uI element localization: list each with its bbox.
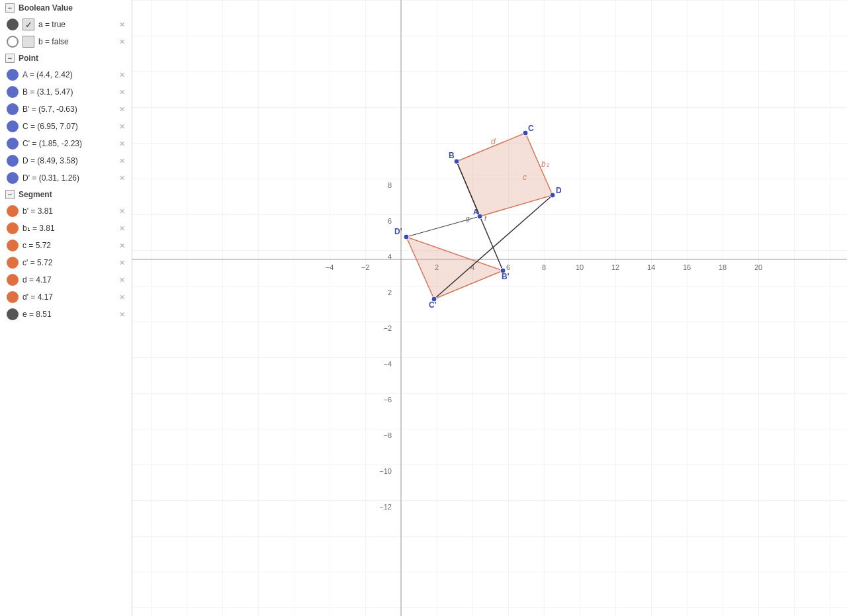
C-prime-dot bbox=[7, 138, 19, 150]
b1-close-btn[interactable]: ✕ bbox=[116, 224, 128, 233]
svg-text:18: 18 bbox=[719, 263, 727, 271]
item-b1: b₁ = 3.81 ✕ bbox=[0, 220, 132, 237]
d-close-btn[interactable]: ✕ bbox=[116, 276, 128, 285]
D-close-btn[interactable]: ✕ bbox=[116, 157, 128, 165]
svg-text:8: 8 bbox=[388, 181, 392, 189]
b-color-indicator bbox=[7, 36, 19, 48]
svg-text:4: 4 bbox=[388, 253, 392, 261]
d-prime-close-btn[interactable]: ✕ bbox=[116, 293, 128, 302]
b-close-btn[interactable]: ✕ bbox=[116, 38, 128, 46]
b-prime-close-btn[interactable]: ✕ bbox=[116, 207, 128, 216]
svg-text:c: c bbox=[523, 173, 527, 182]
item-c: c = 5.72 ✕ bbox=[0, 237, 132, 254]
D-prime-close-btn[interactable]: ✕ bbox=[116, 174, 128, 183]
item-C: C = (6.95, 7.07) ✕ bbox=[0, 118, 132, 135]
item-c-prime: c' = 5.72 ✕ bbox=[0, 254, 132, 271]
segment-section-header: − Segment bbox=[0, 187, 132, 202]
a-color-indicator bbox=[7, 19, 19, 30]
svg-text:−6: −6 bbox=[383, 396, 392, 404]
a-close-btn[interactable]: ✕ bbox=[116, 21, 128, 29]
boolean-value-section-header: − Boolean Value bbox=[0, 0, 132, 16]
A-dot bbox=[7, 69, 19, 81]
point-section-header: − Point bbox=[0, 50, 132, 66]
point-section-label: Point bbox=[19, 54, 38, 63]
svg-text:B: B bbox=[449, 151, 455, 160]
item-b-false: b = false ✕ bbox=[0, 33, 132, 50]
B-prime-label: B' = (5.7, -0.63) bbox=[22, 105, 112, 114]
item-B-prime: B' = (5.7, -0.63) ✕ bbox=[0, 101, 132, 118]
item-D-prime: D' = (0.31, 1.26) ✕ bbox=[0, 169, 132, 187]
svg-text:D': D' bbox=[394, 227, 402, 236]
svg-text:A: A bbox=[473, 208, 478, 216]
canvas-area[interactable]: −4 −2 2 4 6 8 10 12 14 16 18 20 8 6 4 2 … bbox=[132, 0, 847, 616]
D-prime-label: D' = (0.31, 1.26) bbox=[22, 173, 112, 183]
B-dot bbox=[7, 86, 19, 98]
item-e: e = 8.51 ✕ bbox=[0, 306, 132, 323]
svg-text:8: 8 bbox=[542, 263, 546, 271]
svg-text:−8: −8 bbox=[383, 431, 392, 439]
svg-text:g: g bbox=[466, 215, 470, 222]
svg-text:14: 14 bbox=[647, 263, 655, 271]
sidebar: − Boolean Value a = true ✕ b = false ✕ −… bbox=[0, 0, 132, 616]
svg-text:−2: −2 bbox=[383, 324, 392, 332]
geometry-canvas[interactable]: −4 −2 2 4 6 8 10 12 14 16 18 20 8 6 4 2 … bbox=[132, 0, 847, 616]
C-prime-label: C' = (1.85, -2.23) bbox=[22, 139, 112, 148]
svg-point-37 bbox=[550, 193, 555, 198]
d-dot bbox=[7, 274, 19, 286]
D-prime-dot bbox=[7, 172, 19, 184]
svg-text:−4: −4 bbox=[326, 263, 334, 271]
svg-text:12: 12 bbox=[611, 263, 619, 271]
a-checkbox[interactable] bbox=[22, 19, 34, 30]
segment-collapse-btn[interactable]: − bbox=[5, 190, 15, 199]
svg-text:2: 2 bbox=[388, 288, 392, 296]
D-dot bbox=[7, 155, 19, 167]
item-C-prime: C' = (1.85, -2.23) ✕ bbox=[0, 135, 132, 152]
c-dot bbox=[7, 240, 19, 251]
B-prime-close-btn[interactable]: ✕ bbox=[116, 105, 128, 114]
b-checkbox[interactable] bbox=[22, 36, 34, 48]
c-label: c = 5.72 bbox=[22, 241, 112, 250]
svg-text:C: C bbox=[528, 124, 534, 133]
A-close-btn[interactable]: ✕ bbox=[116, 71, 128, 79]
c-prime-close-btn[interactable]: ✕ bbox=[116, 259, 128, 267]
D-label: D = (8.49, 3.58) bbox=[22, 156, 112, 165]
C-dot bbox=[7, 120, 19, 132]
svg-rect-0 bbox=[132, 0, 847, 616]
item-d: d = 4.17 ✕ bbox=[0, 271, 132, 288]
svg-text:d: d bbox=[491, 137, 496, 146]
boolean-value-section-label: Boolean Value bbox=[19, 3, 73, 13]
svg-text:C': C' bbox=[429, 300, 437, 310]
B-label: B = (3.1, 5.47) bbox=[22, 87, 112, 97]
C-label: C = (6.95, 7.07) bbox=[22, 122, 112, 131]
svg-text:b₁: b₁ bbox=[541, 159, 549, 169]
item-D: D = (8.49, 3.58) ✕ bbox=[0, 152, 132, 169]
c-close-btn[interactable]: ✕ bbox=[116, 242, 128, 250]
svg-text:6: 6 bbox=[506, 263, 510, 271]
point-collapse-btn[interactable]: − bbox=[5, 54, 15, 63]
svg-text:−4: −4 bbox=[383, 360, 392, 368]
item-B: B = (3.1, 5.47) ✕ bbox=[0, 83, 132, 101]
svg-point-43 bbox=[404, 234, 409, 240]
b-prime-dot bbox=[7, 205, 19, 217]
item-b-prime: b' = 3.81 ✕ bbox=[0, 202, 132, 220]
svg-text:B': B' bbox=[502, 272, 510, 281]
svg-point-35 bbox=[523, 130, 528, 136]
boolean-value-collapse-btn[interactable]: − bbox=[5, 3, 15, 13]
svg-text:D: D bbox=[556, 186, 562, 195]
d-prime-label: d' = 4.17 bbox=[22, 292, 112, 302]
svg-text:20: 20 bbox=[754, 263, 762, 271]
e-dot bbox=[7, 308, 19, 320]
d-label: d = 4.17 bbox=[22, 275, 112, 285]
B-close-btn[interactable]: ✕ bbox=[116, 88, 128, 97]
item-a-true: a = true ✕ bbox=[0, 16, 132, 33]
e-label: e = 8.51 bbox=[22, 310, 112, 319]
b1-dot bbox=[7, 222, 19, 234]
c-prime-label: c' = 5.72 bbox=[22, 258, 112, 267]
svg-point-33 bbox=[454, 159, 459, 164]
svg-text:10: 10 bbox=[576, 263, 584, 271]
B-prime-dot bbox=[7, 103, 19, 115]
e-close-btn[interactable]: ✕ bbox=[116, 310, 128, 319]
svg-text:−12: −12 bbox=[379, 503, 392, 511]
C-prime-close-btn[interactable]: ✕ bbox=[116, 140, 128, 148]
C-close-btn[interactable]: ✕ bbox=[116, 122, 128, 131]
